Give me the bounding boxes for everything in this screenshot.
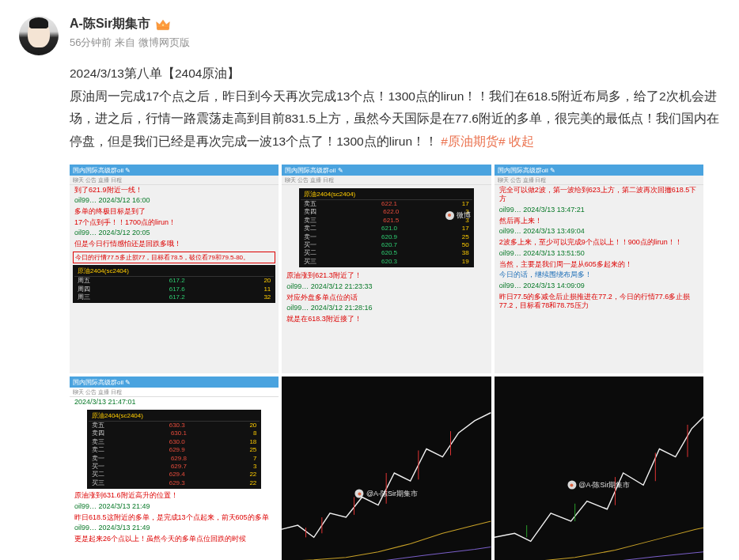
thumb1-header: 国内国际高级群oil ✎	[70, 165, 279, 176]
from-label: 来自	[115, 36, 135, 48]
post-content: A-陈Sir期集市 56分钟前 来自 微博网页版 2024/3/13第八单【24…	[70, 16, 720, 560]
image-thumb-3[interactable]: 国内国际高级群oil ✎ 聊天 公告 直播 日程 完全可以做2波，第一波给到62…	[495, 165, 703, 373]
hashtag-link[interactable]: #原油期货#	[441, 134, 505, 148]
thumb3-header: 国内国际高级群oil ✎	[495, 165, 703, 176]
post-title-line: 2024/3/13第八单【2404原油】	[70, 62, 720, 85]
post-header: A-陈Sir期集市	[70, 16, 720, 32]
svg-rect-9	[495, 376, 703, 560]
crown-icon	[155, 17, 171, 32]
thumb2-header: 国内国际高级群oil ✎	[282, 165, 491, 176]
post-body-text: 原油周一完成17个点之后，昨日到今天再次完成13个点！1300点的lirun！！…	[70, 89, 719, 148]
image-thumb-5[interactable]: @A-陈Sir期集市 618.5再多	[282, 376, 491, 560]
post-time[interactable]: 56分钟前	[70, 36, 112, 48]
svg-point-1	[162, 24, 165, 26]
post-body: 2024/3/13第八单【2404原油】 原油周一完成17个点之后，昨日到今天再…	[70, 62, 720, 153]
post-meta: 56分钟前 来自 微博网页版	[70, 36, 720, 50]
image-thumb-2[interactable]: 国内国际高级群oil ✎ 聊天 公告 直播 日程 原油2404(sc2404) …	[282, 165, 491, 373]
weibo-post: V A-陈Sir期集市 56分钟前 来自 微博网页版 2024/3/13第八单【…	[0, 0, 739, 560]
svg-rect-2	[282, 376, 491, 560]
image-thumb-6[interactable]: @A-陈Sir期集市 77.6多原油 @陈Sir的星计划	[495, 376, 703, 560]
svg-rect-0	[157, 28, 169, 30]
avatar-container[interactable]: V	[19, 16, 59, 560]
thumb1-boxed: 今日的行情77.5多止损77，目标看78.5，破位看79和79.5-80。	[73, 252, 275, 263]
user-avatar[interactable]	[19, 16, 59, 55]
collapse-button[interactable]: 收起	[509, 134, 534, 148]
image-grid: 国内国际高级群oil ✎ 聊天 公告 直播 日程 到了621.9附近一线！oil…	[70, 165, 707, 560]
image-thumb-4[interactable]: 国内国际高级群oil ✎ 聊天 公告 直播 日程 2024/3/13 21:47…	[70, 376, 279, 560]
thumb1-tabs: 聊天 公告 直播 日程	[70, 176, 279, 185]
post-source[interactable]: 微博网页版	[138, 36, 190, 48]
username[interactable]: A-陈Sir期集市	[70, 16, 150, 32]
image-thumb-1[interactable]: 国内国际高级群oil ✎ 聊天 公告 直播 日程 到了621.9附近一线！oil…	[70, 165, 279, 373]
